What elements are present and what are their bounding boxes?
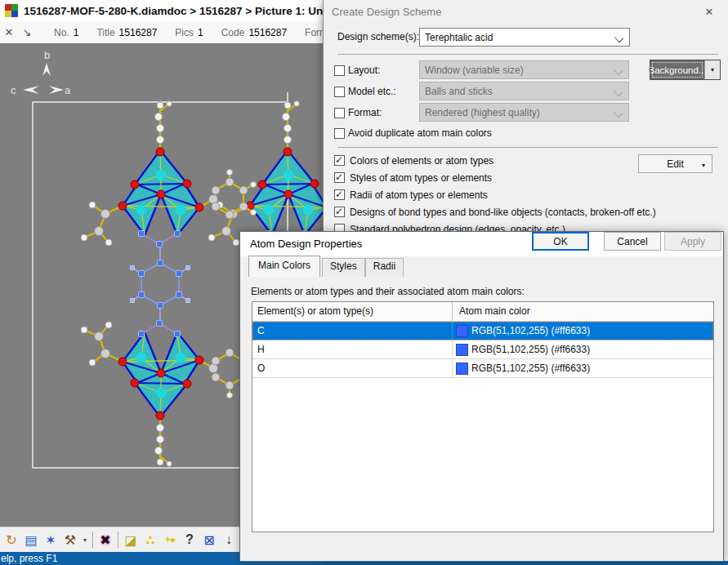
record-field-pics: Pics 1 xyxy=(175,27,203,38)
table-header: Element(s) or atom type(s) Atom main col… xyxy=(252,302,713,322)
add-atom-icon[interactable]: +● xyxy=(160,530,180,549)
design-scheme-combobox[interactable]: Terephtalic acid xyxy=(419,28,630,47)
separator xyxy=(337,147,718,148)
chevron-down-icon xyxy=(614,87,623,96)
apply-button: Apply xyxy=(664,232,721,251)
header-element[interactable]: Element(s) or atom type(s) xyxy=(252,302,453,321)
background-split-button: Background... ▾ xyxy=(650,60,721,80)
color-swatch xyxy=(456,344,468,356)
background-dropdown-icon[interactable]: ▾ xyxy=(704,60,720,79)
record-field-code: Code 1516287 xyxy=(221,27,287,38)
expand-record-icon[interactable]: ↘ xyxy=(18,26,36,38)
close-icon[interactable]: ✕ xyxy=(697,3,721,21)
layout-combobox: Window (variable size) xyxy=(419,60,629,79)
edit-dropdown-icon: ▾ xyxy=(702,162,705,169)
chevron-down-icon xyxy=(614,109,623,118)
record-field-title: Title 1516287 xyxy=(96,27,157,38)
toolbar-separator xyxy=(92,532,93,548)
atom-design-properties-dialog: Atom Design Properties ✕ Main Colors Sty… xyxy=(239,231,724,562)
assign-design-icon[interactable]: ▤ xyxy=(21,530,41,549)
add-atoms-icon[interactable]: ∴ xyxy=(141,530,160,549)
record-field-no: No. 1 xyxy=(54,27,78,38)
screen: 1516287-MOF-5-280-K.diamdoc > 1516287 > … xyxy=(0,0,728,565)
layout-row: Layout: xyxy=(334,65,380,76)
dialog-title: Create Design Scheme xyxy=(332,6,441,18)
build-tool-icon[interactable]: ⚒ xyxy=(60,530,80,549)
avoid-duplicate-row: Avoid duplicate atom main colors xyxy=(334,127,492,139)
design-scheme-label: Design scheme(s): xyxy=(337,31,419,42)
tab-main-colors[interactable]: Main Colors xyxy=(248,256,320,277)
axis-b-label: b xyxy=(44,49,50,61)
color-swatch xyxy=(456,363,468,375)
ok-button[interactable]: OK xyxy=(532,232,589,251)
option-radii: Radii of atom types or elements xyxy=(334,189,645,201)
chevron-down-icon xyxy=(614,33,623,42)
option-styles: Styles of atom types or elements xyxy=(334,172,645,184)
window-title: 1516287-MOF-5-280-K.diamdoc > 1516287 > … xyxy=(24,5,339,17)
close-record-icon[interactable]: ✕ xyxy=(0,26,18,38)
status-text: elp, press F1 xyxy=(1,553,57,564)
ring-molecule xyxy=(131,247,190,322)
tab-bar: Main Colors Styles Radii xyxy=(248,258,404,277)
fragment-query-icon[interactable]: ? xyxy=(180,530,199,549)
build-dropdown-icon[interactable]: ▾ xyxy=(80,530,90,549)
header-color[interactable]: Atom main color xyxy=(453,302,713,321)
insert-below-icon[interactable]: ↓ xyxy=(219,530,239,549)
axis-c-label: c xyxy=(11,84,16,96)
chevron-down-icon xyxy=(614,66,623,75)
tab-radii[interactable]: Radii xyxy=(365,258,404,277)
format-checkbox[interactable] xyxy=(334,108,345,118)
format-combobox: Rendered (highest quality) xyxy=(419,103,629,122)
styles-checkbox[interactable] xyxy=(334,172,345,183)
destroy-icon[interactable]: ✖ xyxy=(96,530,115,549)
dialog-title: Atom Design Properties xyxy=(250,238,362,250)
table-description: Elements or atom types and their associa… xyxy=(251,286,525,297)
format-row: Format: xyxy=(334,107,382,118)
edit-button[interactable]: Edit ▾ xyxy=(638,154,712,173)
table-row-c[interactable]: C RGB(51,102,255) (#ff6633) xyxy=(252,322,713,340)
model-combobox: Balls and sticks xyxy=(419,82,629,100)
separator xyxy=(337,54,718,55)
axis-a-label: a xyxy=(65,84,71,96)
option-colors: Colors of elements or atom types xyxy=(334,155,645,167)
tab-styles[interactable]: Styles xyxy=(322,258,365,277)
option-bond-designs: Designs of bond types and bond-like obje… xyxy=(334,207,702,218)
wizard-icon[interactable]: ✶ xyxy=(41,530,60,549)
cancel-button[interactable]: Cancel xyxy=(604,232,661,251)
polyhedra-icon[interactable]: ⊠ xyxy=(199,530,219,549)
avoid-duplicate-checkbox[interactable] xyxy=(334,128,345,139)
background-button[interactable]: Background... xyxy=(650,60,704,79)
colors-checkbox[interactable] xyxy=(334,155,345,166)
model-row: Model etc.: xyxy=(334,86,396,97)
toolbar-separator xyxy=(118,532,118,548)
color-swatch xyxy=(456,325,468,337)
axis-indicator: b c a xyxy=(11,49,71,96)
model-checkbox[interactable] xyxy=(334,87,345,97)
radii-checkbox[interactable] xyxy=(334,189,345,200)
eraser-icon[interactable]: ◪ xyxy=(121,530,141,549)
bond-designs-checkbox[interactable] xyxy=(334,207,345,217)
table-row-h[interactable]: H RGB(51,102,255) (#ff6633) xyxy=(252,340,713,359)
atom-color-table: Element(s) or atom type(s) Atom main col… xyxy=(252,301,714,532)
update-icon[interactable]: ↻ xyxy=(2,530,21,549)
layout-checkbox[interactable] xyxy=(334,65,345,76)
app-icon xyxy=(5,4,18,17)
table-row-o[interactable]: O RGB(51,102,255) (#ff6633) xyxy=(252,359,713,378)
